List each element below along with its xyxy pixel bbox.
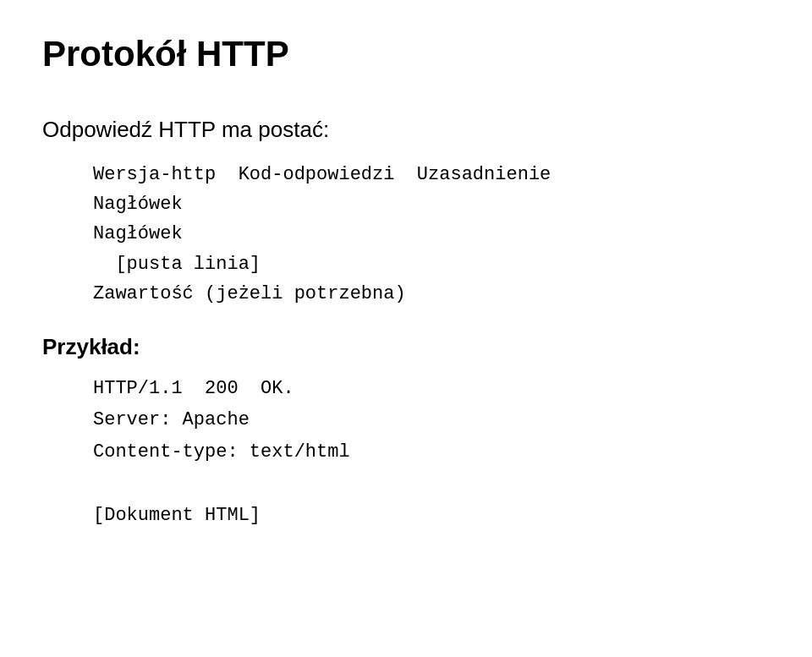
structure-line: [pusta linia] [93, 249, 770, 279]
example-line [93, 468, 770, 499]
example-label: Przykład: [42, 334, 770, 360]
page-title: Protokół HTTP [42, 34, 770, 74]
example-line: [Dokument HTML] [93, 500, 770, 531]
structure-line: Nagłówek [93, 189, 770, 219]
structure-line: Zawartość (jeżeli potrzebna) [93, 279, 770, 309]
example-line: Content-type: text/html [93, 436, 770, 468]
structure-block: Wersja-http Kod-odpowiedzi UzasadnienieN… [93, 160, 770, 309]
example-line: HTTP/1.1 200 OK. [93, 373, 770, 404]
structure-line: Wersja-http Kod-odpowiedzi Uzasadnienie [93, 160, 770, 189]
example-line: Server: Apache [93, 404, 770, 435]
example-block: HTTP/1.1 200 OK.Server: ApacheContent-ty… [93, 373, 770, 531]
structure-line: Nagłówek [93, 219, 770, 249]
section-label: Odpowiedź HTTP ma postać: [42, 117, 770, 143]
